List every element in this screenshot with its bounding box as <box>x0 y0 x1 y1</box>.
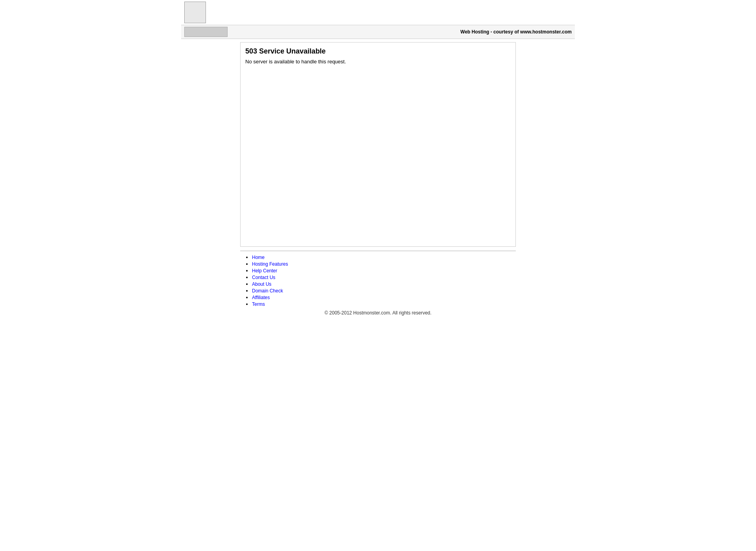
main-content-box: 503 Service Unavailable No server is ava… <box>240 42 516 247</box>
footer-link-item: Domain Check <box>252 288 516 294</box>
footer-link-item: Home <box>252 254 516 260</box>
footer-link-item: Terms <box>252 301 516 307</box>
footer-links-list: HomeHosting FeaturesHelp CenterContact U… <box>240 254 516 307</box>
nav-logo <box>184 27 228 37</box>
footer-link-terms[interactable]: Terms <box>252 301 265 307</box>
footer-link-about-us[interactable]: About Us <box>252 281 271 287</box>
footer-link-item: Affiliates <box>252 294 516 300</box>
footer-link-item: Help Center <box>252 268 516 274</box>
footer-link-help-center[interactable]: Help Center <box>252 268 277 274</box>
footer-link-home[interactable]: Home <box>252 255 265 260</box>
header-bar: Web Hosting - courtesy of www.hostmonste… <box>181 25 575 39</box>
footer-link-item: About Us <box>252 281 516 287</box>
hosting-credit-text: Web Hosting - courtesy of www.hostmonste… <box>460 29 572 35</box>
footer-link-affiliates[interactable]: Affiliates <box>252 295 270 300</box>
error-title: 503 Service Unavailable <box>245 47 511 55</box>
page-wrapper: Web Hosting - courtesy of www.hostmonste… <box>181 0 575 316</box>
top-logo <box>184 2 206 23</box>
footer-link-domain-check[interactable]: Domain Check <box>252 288 283 294</box>
copyright-text: © 2005-2012 Hostmonster.com. All rights … <box>240 310 516 316</box>
footer-link-item: Contact Us <box>252 274 516 280</box>
footer-link-item: Hosting Features <box>252 261 516 267</box>
footer-link-contact-us[interactable]: Contact Us <box>252 275 275 280</box>
error-message: No server is available to handle this re… <box>245 59 511 65</box>
footer: HomeHosting FeaturesHelp CenterContact U… <box>240 251 516 316</box>
footer-link-hosting-features[interactable]: Hosting Features <box>252 261 288 267</box>
top-logo-row <box>181 0 575 25</box>
